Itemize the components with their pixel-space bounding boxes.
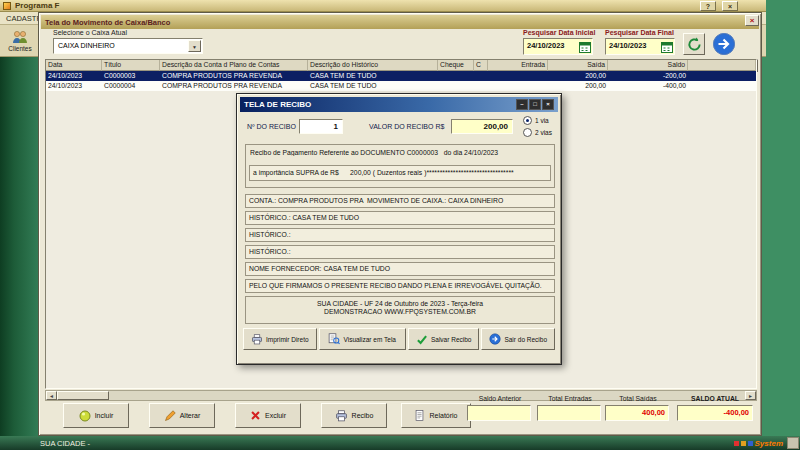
caixa-label: Selecione o Caixa Atual xyxy=(53,29,127,36)
imprimir-direto-button[interactable]: Imprimir Direto xyxy=(243,328,317,350)
sair-recibo-button[interactable]: Sair do Recibo xyxy=(481,328,555,350)
col-header-entrada[interactable]: Entrada xyxy=(488,60,548,71)
via-1-label: 1 via xyxy=(535,117,549,124)
cell-conta: COMPRA PRODUTOS PRA REVENDA xyxy=(160,81,308,91)
data-inicial-value: 24/10/2023 xyxy=(527,41,565,50)
incluir-button[interactable]: Incluir xyxy=(63,403,129,428)
excluir-button[interactable]: Excluir xyxy=(235,403,301,428)
dialog-close-button[interactable]: × xyxy=(542,99,554,110)
col-header-titulo[interactable]: Título xyxy=(102,60,160,71)
go-arrow-icon xyxy=(712,32,736,56)
conta-field[interactable]: CONTA.: COMPRA PRODUTOS PRA MOVIMENTO DE… xyxy=(245,194,555,208)
total-saidas-field: 400,00 xyxy=(605,405,669,421)
cell-filler xyxy=(688,71,756,81)
printer-icon xyxy=(335,410,348,422)
pencil-icon xyxy=(164,410,176,422)
cell-cheque xyxy=(438,81,474,91)
quitacao-field: PELO QUE FIRMAMOS O PRESENTE RECIBO DAND… xyxy=(245,279,555,293)
salvar-recibo-label: Salvar Recibo xyxy=(431,336,471,343)
cell-data: 24/10/2023 xyxy=(46,71,102,81)
cell-c xyxy=(474,71,488,81)
cell-saida: 200,00 xyxy=(548,71,608,81)
recibo-buttons-row: Imprimir Direto Visualizar em Tela Salva… xyxy=(243,328,555,350)
saldo-atual-label: SALDO ATUAL xyxy=(677,395,753,402)
check-icon xyxy=(416,334,428,345)
col-header-saida[interactable]: Saída xyxy=(548,60,608,71)
data-inicial-label: Pesquisar Data Inicial xyxy=(523,29,595,36)
radio-2vias-icon[interactable] xyxy=(523,128,532,137)
historico-field-3[interactable]: HISTÓRICO.: xyxy=(245,245,555,259)
col-header-conta[interactable]: Descrição da Conta d Plano de Contas xyxy=(160,60,308,71)
visualizar-tela-label: Visualizar em Tela xyxy=(343,336,396,343)
saldo-atual-value: -400,00 xyxy=(724,408,749,417)
col-header-data[interactable]: Data xyxy=(46,60,102,71)
valor-recibo-value: 200,00 xyxy=(484,122,508,131)
data-inicial-field[interactable]: 24/10/2023 xyxy=(523,38,593,55)
scrollbar-thumb[interactable] xyxy=(57,391,109,400)
col-header-saldo[interactable]: Saldo xyxy=(608,60,688,71)
recibo-dialog: TELA DE RECIBO – □ × Nº DO RECIBO 1 VALO… xyxy=(236,93,562,365)
app-titlebar: Programa F ? × xyxy=(0,0,766,12)
movement-window-close-button[interactable]: × xyxy=(745,15,759,26)
valor-recibo-field[interactable]: 200,00 xyxy=(451,119,513,134)
recibo-button[interactable]: Recibo xyxy=(321,403,387,428)
via-1-option[interactable]: 1 via xyxy=(523,116,549,125)
table-row[interactable]: 24/10/2023 C0000003 COMPRA PRODUTOS PRA … xyxy=(46,71,756,81)
col-header-c[interactable]: C xyxy=(474,60,488,71)
saldo-anterior-field xyxy=(467,405,531,421)
data-final-label: Pesquisar Data Final xyxy=(605,29,674,36)
relatorio-label: Relatório xyxy=(429,412,457,419)
statusbar: SUA CIDADE - System xyxy=(0,436,800,450)
fornecedor-field[interactable]: NOME FORNECEDOR: CASA TEM DE TUDO xyxy=(245,262,555,276)
search-go-button[interactable] xyxy=(711,31,737,57)
cell-saldo: -400,00 xyxy=(608,81,688,91)
historico-field-1[interactable]: HISTÓRICO.: CASA TEM DE TUDO xyxy=(245,211,555,225)
numero-recibo-field[interactable]: 1 xyxy=(299,119,343,134)
relatorio-button[interactable]: Relatório xyxy=(401,403,471,428)
resize-grip[interactable] xyxy=(787,437,799,449)
help-button[interactable]: ? xyxy=(700,1,716,11)
minimize-button[interactable]: – xyxy=(516,99,528,110)
cell-saldo: -200,00 xyxy=(608,71,688,81)
imprimir-direto-label: Imprimir Direto xyxy=(266,336,309,343)
col-header-historico[interactable]: Descrição do Histórico xyxy=(308,60,438,71)
refresh-icon xyxy=(687,37,702,52)
cidade-data-box: SUA CIDADE - UF 24 de Outubro de 2023 - … xyxy=(245,296,555,324)
saldo-atual-field: -400,00 xyxy=(677,405,753,421)
scroll-left-icon[interactable]: ◄ xyxy=(46,391,57,400)
radio-1via-icon[interactable] xyxy=(523,116,532,125)
table-row[interactable]: 24/10/2023 C0000004 COMPRA PRODUTOS PRA … xyxy=(46,81,756,91)
delete-x-icon xyxy=(250,410,261,421)
incluir-label: Incluir xyxy=(95,412,114,419)
numero-recibo-value: 1 xyxy=(334,122,338,131)
data-final-field[interactable]: 24/10/2023 xyxy=(605,38,675,55)
recibo-dialog-titlebar[interactable]: TELA DE RECIBO – □ × xyxy=(240,97,558,112)
cell-entrada xyxy=(488,71,548,81)
recibo-importancia-line: a importância SUPRA de R$ 200,00 ( Duzen… xyxy=(249,165,551,181)
historico-field-2[interactable]: HISTÓRICO.: xyxy=(245,228,555,242)
cell-historico: CASA TEM DE TUDO xyxy=(308,81,438,91)
chevron-down-icon[interactable]: ▼ xyxy=(188,40,201,52)
visualizar-tela-button[interactable]: Visualizar em Tela xyxy=(319,328,406,350)
via-2-option[interactable]: 2 vias xyxy=(523,128,552,137)
calendar-icon[interactable] xyxy=(579,41,591,53)
refresh-button[interactable] xyxy=(683,33,705,55)
caixa-select[interactable]: CAIXA DINHEIRO ▼ xyxy=(53,38,203,54)
sair-recibo-label: Sair do Recibo xyxy=(504,336,547,343)
alterar-button[interactable]: Alterar xyxy=(149,403,215,428)
brand-name: System xyxy=(755,439,783,448)
brand-logo: System xyxy=(734,439,787,448)
clients-icon xyxy=(12,30,28,44)
salvar-recibo-button[interactable]: Salvar Recibo xyxy=(408,328,480,350)
cell-conta: COMPRA PRODUTOS PRA REVENDA xyxy=(160,71,308,81)
calendar-icon[interactable] xyxy=(661,41,673,53)
app-close-button[interactable]: × xyxy=(722,1,738,11)
toolbar-clientes-button[interactable]: Clientes xyxy=(2,26,38,56)
app-title: Programa F xyxy=(15,1,59,10)
maximize-button[interactable]: □ xyxy=(529,99,541,110)
toolbar-clientes-label: Clientes xyxy=(8,45,31,52)
movement-window-titlebar[interactable]: Tela do Movimento de Caixa/Banco xyxy=(41,15,759,29)
total-saidas-label: Total Saídas xyxy=(606,395,670,402)
col-header-cheque[interactable]: Cheque xyxy=(438,60,474,71)
cell-data: 24/10/2023 xyxy=(46,81,102,91)
